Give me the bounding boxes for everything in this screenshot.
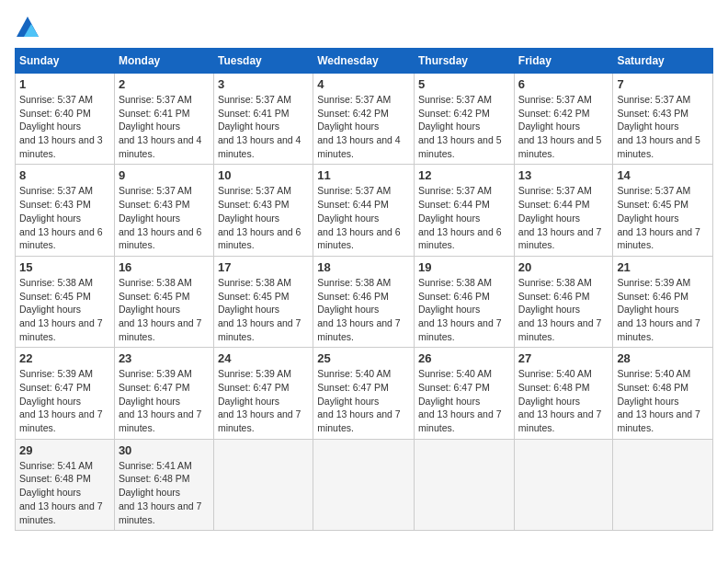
cell-daylight-detail: and 13 hours and 7 minutes. [617,408,700,433]
cell-sunset: Sunset: 6:43 PM [617,108,688,119]
cell-daylight: Daylight hours [518,396,580,407]
cell-sunset: Sunset: 6:44 PM [317,199,389,210]
header-day-tuesday: Tuesday [213,49,313,74]
cell-daylight-detail: and 13 hours and 7 minutes. [119,408,202,433]
cell-sunset: Sunset: 6:43 PM [119,199,190,210]
calendar-cell: 5 Sunrise: 5:37 AM Sunset: 6:42 PM Dayli… [415,74,515,165]
cell-daylight: Daylight hours [518,213,580,224]
cell-sunset: Sunset: 6:42 PM [518,108,590,119]
calendar-cell [313,439,415,530]
logo-icon [15,15,40,40]
cell-daylight: Daylight hours [19,396,81,407]
cell-sunset: Sunset: 6:47 PM [218,382,290,393]
cell-daylight: Daylight hours [418,121,480,132]
cell-daylight-detail: and 13 hours and 7 minutes. [317,408,401,433]
cell-daylight-detail: and 13 hours and 4 minutes. [119,134,202,159]
calendar-cell: 11 Sunrise: 5:37 AM Sunset: 6:44 PM Dayl… [313,165,415,256]
calendar-cell: 13 Sunrise: 5:37 AM Sunset: 6:44 PM Dayl… [514,165,613,256]
cell-sunset: Sunset: 6:42 PM [317,108,389,119]
day-number: 21 [617,260,709,274]
calendar-cell: 26 Sunrise: 5:40 AM Sunset: 6:47 PM Dayl… [415,348,515,439]
calendar-cell: 10 Sunrise: 5:37 AM Sunset: 6:43 PM Dayl… [213,165,313,256]
cell-sunrise: Sunrise: 5:40 AM [317,368,391,379]
cell-sunset: Sunset: 6:44 PM [518,199,590,210]
header-day-wednesday: Wednesday [313,49,415,74]
day-number: 7 [617,77,709,91]
calendar-cell: 23 Sunrise: 5:39 AM Sunset: 6:47 PM Dayl… [114,348,213,439]
cell-sunset: Sunset: 6:48 PM [518,382,590,393]
cell-daylight: Daylight hours [119,304,180,315]
cell-daylight: Daylight hours [19,487,81,498]
cell-daylight-detail: and 13 hours and 7 minutes. [218,408,301,433]
day-number: 1 [19,77,110,91]
calendar-cell: 12 Sunrise: 5:37 AM Sunset: 6:44 PM Dayl… [415,165,515,256]
cell-sunset: Sunset: 6:41 PM [119,108,190,119]
day-number: 19 [418,260,510,274]
cell-daylight-detail: and 13 hours and 7 minutes. [518,317,602,342]
day-number: 15 [19,260,110,274]
day-number: 8 [19,168,110,182]
cell-sunset: Sunset: 6:45 PM [19,291,91,302]
cell-sunset: Sunset: 6:40 PM [19,108,91,119]
cell-sunset: Sunset: 6:48 PM [19,473,91,484]
day-number: 12 [418,168,510,182]
cell-sunrise: Sunrise: 5:39 AM [617,277,690,288]
cell-daylight: Daylight hours [317,213,379,224]
calendar-week-5: 29 Sunrise: 5:41 AM Sunset: 6:48 PM Dayl… [16,439,713,530]
cell-daylight-detail: and 13 hours and 6 minutes. [119,226,202,251]
calendar-cell: 28 Sunrise: 5:40 AM Sunset: 6:48 PM Dayl… [613,348,713,439]
calendar-cell [213,439,313,530]
cell-sunrise: Sunrise: 5:37 AM [119,94,192,105]
cell-sunrise: Sunrise: 5:37 AM [19,94,93,105]
cell-sunset: Sunset: 6:45 PM [218,291,290,302]
calendar-cell: 14 Sunrise: 5:37 AM Sunset: 6:45 PM Dayl… [613,165,713,256]
cell-sunset: Sunset: 6:44 PM [418,199,490,210]
cell-daylight: Daylight hours [418,396,480,407]
cell-sunrise: Sunrise: 5:37 AM [317,185,391,196]
cell-daylight-detail: and 13 hours and 5 minutes. [418,134,502,159]
cell-sunrise: Sunrise: 5:37 AM [19,185,93,196]
calendar-cell: 21 Sunrise: 5:39 AM Sunset: 6:46 PM Dayl… [613,256,713,347]
cell-daylight-detail: and 13 hours and 7 minutes. [317,317,401,342]
calendar-cell: 15 Sunrise: 5:38 AM Sunset: 6:45 PM Dayl… [16,256,115,347]
cell-daylight-detail: and 13 hours and 7 minutes. [19,500,103,525]
cell-daylight: Daylight hours [418,213,480,224]
cell-daylight: Daylight hours [518,121,580,132]
cell-sunrise: Sunrise: 5:38 AM [317,277,391,288]
cell-sunrise: Sunrise: 5:38 AM [218,277,291,288]
day-number: 10 [218,168,309,182]
calendar-cell: 2 Sunrise: 5:37 AM Sunset: 6:41 PM Dayli… [114,74,213,165]
cell-sunrise: Sunrise: 5:37 AM [418,94,492,105]
cell-daylight-detail: and 13 hours and 7 minutes. [119,317,202,342]
header-day-saturday: Saturday [613,49,713,74]
cell-daylight: Daylight hours [119,487,180,498]
day-number: 6 [518,77,609,91]
cell-sunset: Sunset: 6:46 PM [617,291,688,302]
calendar-week-4: 22 Sunrise: 5:39 AM Sunset: 6:47 PM Dayl… [16,348,713,439]
cell-sunset: Sunset: 6:46 PM [317,291,389,302]
cell-sunrise: Sunrise: 5:37 AM [518,94,592,105]
calendar-cell: 22 Sunrise: 5:39 AM Sunset: 6:47 PM Dayl… [16,348,115,439]
day-number: 26 [418,351,510,365]
cell-daylight-detail: and 13 hours and 7 minutes. [119,500,202,525]
calendar-cell: 17 Sunrise: 5:38 AM Sunset: 6:45 PM Dayl… [213,256,313,347]
cell-sunrise: Sunrise: 5:39 AM [218,368,291,379]
calendar-cell: 19 Sunrise: 5:38 AM Sunset: 6:46 PM Dayl… [415,256,515,347]
cell-sunrise: Sunrise: 5:40 AM [418,368,492,379]
calendar-cell: 3 Sunrise: 5:37 AM Sunset: 6:41 PM Dayli… [213,74,313,165]
calendar-cell: 20 Sunrise: 5:38 AM Sunset: 6:46 PM Dayl… [514,256,613,347]
cell-daylight: Daylight hours [317,121,379,132]
cell-daylight: Daylight hours [218,213,279,224]
calendar-cell: 25 Sunrise: 5:40 AM Sunset: 6:47 PM Dayl… [313,348,415,439]
header-day-friday: Friday [514,49,613,74]
cell-daylight: Daylight hours [617,396,678,407]
cell-sunrise: Sunrise: 5:37 AM [617,94,690,105]
cell-sunrise: Sunrise: 5:37 AM [617,185,690,196]
cell-daylight: Daylight hours [617,304,678,315]
day-number: 20 [518,260,609,274]
cell-daylight: Daylight hours [518,304,580,315]
cell-daylight-detail: and 13 hours and 7 minutes. [218,317,301,342]
day-number: 5 [418,77,510,91]
cell-sunset: Sunset: 6:46 PM [418,291,490,302]
cell-sunrise: Sunrise: 5:38 AM [418,277,492,288]
